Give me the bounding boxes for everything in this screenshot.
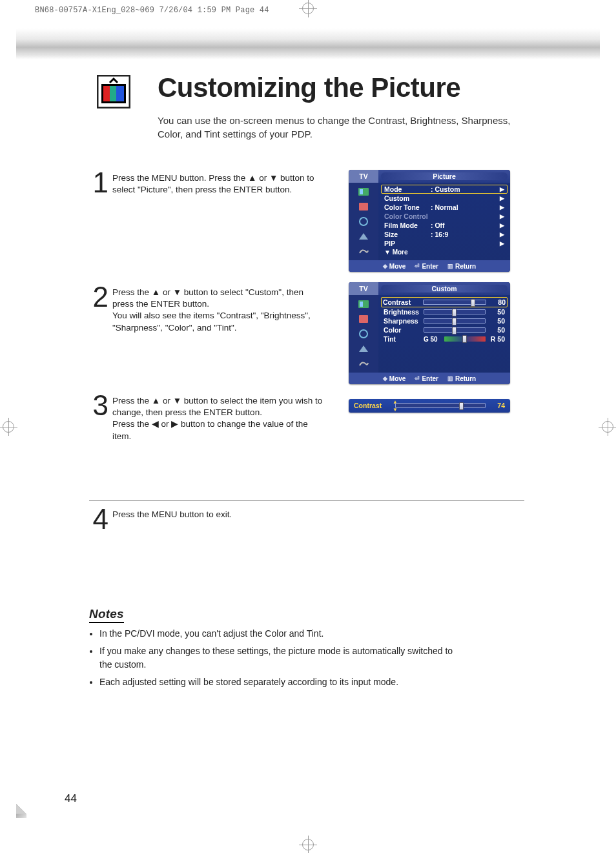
svg-rect-3 bbox=[110, 86, 116, 101]
crop-mark-right bbox=[598, 417, 616, 437]
osd-side-icons bbox=[349, 183, 378, 260]
slider-value: 50 bbox=[488, 317, 505, 325]
footer-return: Return bbox=[455, 263, 476, 270]
step-number: 1 bbox=[89, 171, 108, 194]
osd-row-value: : 16:9 bbox=[431, 231, 500, 238]
setup-icon bbox=[356, 342, 371, 355]
svg-marker-14 bbox=[359, 345, 368, 352]
sound-icon bbox=[356, 200, 371, 213]
tint-left: G 50 bbox=[424, 336, 442, 343]
svg-point-8 bbox=[360, 218, 367, 225]
svg-rect-6 bbox=[360, 189, 363, 194]
page-number: 44 bbox=[65, 792, 77, 805]
step-text: Press the ▲ or ▼ button to select "Custo… bbox=[112, 287, 325, 334]
footer-move: Move bbox=[389, 375, 406, 382]
crop-mark-top bbox=[298, 0, 318, 18]
slider-value: 50 bbox=[488, 308, 505, 316]
osd-more: ▼ More bbox=[382, 248, 506, 258]
slider-track bbox=[424, 309, 486, 314]
slider-value: 50 bbox=[488, 326, 505, 334]
svg-rect-2 bbox=[103, 86, 110, 101]
osd-row-value: : Normal bbox=[431, 203, 500, 211]
osd-row-label: Color Tone bbox=[384, 203, 431, 211]
return-icon: ▥ bbox=[447, 375, 453, 382]
corner-fold-graphic bbox=[16, 804, 26, 818]
adjust-value: 74 bbox=[491, 402, 505, 409]
footer-move: Move bbox=[389, 263, 406, 270]
osd-slider-row: TintG 50R 50 bbox=[382, 334, 506, 344]
step-1: 1 Press the MENU button. Press the ▲ or … bbox=[89, 172, 325, 196]
step-number: 2 bbox=[89, 285, 108, 333]
osd-tv-label: TV bbox=[349, 282, 378, 295]
osd-row-label: PIP bbox=[384, 240, 431, 247]
header-band bbox=[16, 28, 600, 56]
function-icon bbox=[356, 245, 371, 258]
return-icon: ▥ bbox=[447, 263, 453, 269]
osd-menu-row: Custom▶ bbox=[382, 194, 506, 203]
picture-icon bbox=[356, 185, 371, 198]
osd-row-label: Tint bbox=[384, 335, 421, 343]
osd-picture-menu: TV Picture Mode: Custom▶Custom▶Color Ton… bbox=[349, 170, 510, 272]
step-number: 4 bbox=[89, 508, 108, 530]
notes-item: Each adjusted setting will be stored sep… bbox=[99, 675, 467, 689]
chevron-right-icon: ▶ bbox=[500, 195, 504, 201]
move-icon: ◆ bbox=[383, 263, 387, 269]
notes-item: If you make any changes to these setting… bbox=[99, 644, 467, 672]
osd-menu-row: Size: 16:9▶ bbox=[382, 230, 506, 239]
osd-slider-row: Brightness50 bbox=[382, 307, 506, 316]
step-text: Press the ▲ or ▼ button to select the it… bbox=[112, 395, 325, 442]
osd-slider-row: Color50 bbox=[382, 325, 506, 334]
osd-menu-row: Color Tone: Normal▶ bbox=[382, 203, 506, 212]
footer-enter: Enter bbox=[422, 263, 438, 270]
osd-heading: Picture bbox=[381, 172, 508, 180]
adjust-slider bbox=[395, 403, 486, 408]
osd-row-label: Custom bbox=[384, 194, 431, 202]
slider-value: 80 bbox=[489, 298, 506, 306]
osd-menu-row: PIP▶ bbox=[382, 239, 506, 248]
svg-rect-11 bbox=[360, 302, 363, 307]
osd-row-label: Contrast bbox=[383, 298, 420, 306]
chevron-right-icon: ▶ bbox=[500, 222, 504, 229]
osd-side-icons bbox=[349, 295, 378, 373]
osd-tv-label: TV bbox=[349, 170, 378, 183]
step-number: 3 bbox=[89, 394, 108, 441]
osd-slider-row: Sharpness50 bbox=[382, 316, 506, 325]
svg-point-13 bbox=[360, 330, 367, 338]
chevron-right-icon: ▶ bbox=[500, 213, 504, 220]
osd-row-label: Brightness bbox=[384, 308, 421, 316]
adjust-label: Contrast bbox=[354, 402, 390, 409]
chevron-right-icon: ▶ bbox=[500, 231, 504, 238]
svg-rect-7 bbox=[359, 203, 368, 211]
svg-marker-9 bbox=[359, 233, 368, 240]
setup-icon bbox=[356, 230, 371, 243]
chevron-right-icon: ▶ bbox=[500, 186, 504, 192]
osd-row-label: Film Mode bbox=[384, 221, 431, 229]
tv-icon bbox=[94, 72, 133, 111]
print-header: BN68-00757A-X1Eng_028~069 7/26/04 1:59 P… bbox=[35, 6, 269, 15]
osd-menu-row: Color Control▶ bbox=[382, 212, 506, 221]
channel-icon bbox=[356, 215, 371, 228]
page-title: Customizing the Picture bbox=[158, 72, 460, 103]
step-3: 3 Press the ▲ or ▼ button to select the … bbox=[89, 395, 325, 442]
enter-icon: ⏎ bbox=[415, 263, 420, 269]
osd-menu-row: Film Mode: Off▶ bbox=[382, 221, 506, 230]
svg-rect-4 bbox=[116, 86, 124, 101]
osd-menu-row: Mode: Custom▶ bbox=[381, 185, 508, 194]
osd-row-value: : Off bbox=[431, 221, 500, 229]
slider-track bbox=[424, 318, 486, 324]
step-text: Press the MENU button. Press the ▲ or ▼ … bbox=[112, 172, 325, 196]
sound-icon bbox=[356, 313, 371, 325]
osd-footer: ◆Move ⏎Enter ▥Return bbox=[349, 260, 510, 272]
footer-return: Return bbox=[455, 375, 476, 382]
notes-section: Notes In the PC/DVI mode, you can't adju… bbox=[89, 607, 467, 693]
notes-heading: Notes bbox=[89, 607, 124, 623]
channel-icon bbox=[356, 327, 371, 340]
chevron-right-icon: ▶ bbox=[500, 204, 504, 211]
crop-mark-left bbox=[0, 417, 18, 437]
osd-slider-row: Contrast80 bbox=[381, 297, 508, 307]
osd-row-label: Mode bbox=[384, 185, 431, 193]
notes-item: In the PC/DVI mode, you can't adjust the… bbox=[99, 627, 467, 641]
footer-enter: Enter bbox=[422, 375, 438, 382]
osd-row-label: Color bbox=[384, 326, 421, 334]
osd-row-value: : Custom bbox=[431, 185, 500, 193]
